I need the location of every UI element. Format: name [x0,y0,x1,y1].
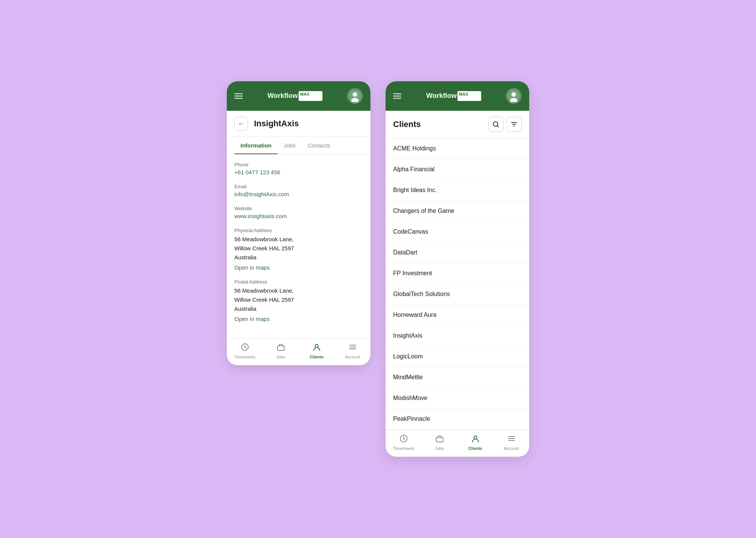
email-value[interactable]: info@InsightAxis.com [234,191,363,197]
phone-field: Phone +61 0477 123 456 [234,162,363,175]
tab-jobs[interactable]: Jobs [278,137,302,154]
list-item[interactable]: CodeCanvas [386,222,529,242]
list-item[interactable]: Homeward Aura [386,305,529,326]
right-header: Workflow MAXby BlueRock [386,81,529,111]
nav-clients[interactable]: Clients [299,341,335,361]
right-nav-timesheets-label: Timesheets [393,446,414,451]
list-item[interactable]: ModishMove [386,388,529,409]
right-logo-workflow: Workflow [426,92,457,100]
physical-address-map-link[interactable]: Open in maps [234,264,363,271]
right-logo: Workflow MAXby BlueRock [426,91,481,101]
clients-body: ACME Holdings Alpha Financial Bright Ide… [386,138,529,429]
left-bottom-nav: Timesheets Jobs Clients [227,338,370,365]
list-item[interactable]: Alpha Financial [386,159,529,180]
tab-contacts[interactable]: Contacts [302,137,336,154]
email-label: Email [234,184,363,189]
right-nav-clients[interactable]: Clients [457,433,493,452]
postal-address-label: Postal Address [234,279,363,285]
list-item[interactable]: LogicLoom [386,346,529,367]
svg-point-9 [493,122,498,126]
right-person-icon [471,434,480,445]
nav-clients-label: Clients [310,355,324,359]
person-icon [313,343,321,353]
right-nav-account-label: Account [504,446,519,451]
right-nav-jobs[interactable]: Jobs [421,433,457,452]
list-item[interactable]: PeakPinnacle [386,409,529,429]
phone-value[interactable]: +61 0477 123 456 [234,169,363,175]
list-item[interactable]: InsightAxis [386,326,529,346]
list-header: Clients [386,111,529,138]
info-section: Phone +61 0477 123 456 Email info@Insigh… [227,154,370,338]
physical-address-label: Physical Address [234,228,363,233]
client-list: ACME Holdings Alpha Financial Bright Ide… [386,138,529,429]
physical-address-value: 56 Meadowbrook Lane,Willow Creek HAL 259… [234,235,363,262]
svg-point-7 [511,92,516,97]
tabs: Information Jobs Contacts [227,137,370,154]
postal-address-value: 56 Meadowbrook Lane,Willow Creek HAL 259… [234,286,363,313]
right-clock-icon [400,434,408,445]
right-nav-timesheets[interactable]: Timesheets [386,433,421,452]
nav-account[interactable]: Account [335,341,370,361]
postal-address-map-link[interactable]: Open in maps [234,316,363,322]
nav-jobs[interactable]: Jobs [263,341,299,361]
list-item[interactable]: ACME Holdings [386,138,529,159]
right-phone: Workflow MAXby BlueRock Clients [386,81,529,457]
list-item[interactable]: Bright Ideas Inc. [386,180,529,201]
clock-icon [241,343,249,353]
nav-timesheets[interactable]: Timesheets [227,341,263,361]
right-bottom-nav: Timesheets Jobs Clients [386,429,529,457]
nav-timesheets-label: Timesheets [234,355,255,359]
right-nav-jobs-label: Jobs [435,446,444,451]
right-menu-icon[interactable] [393,93,401,99]
left-phone: Workflow MAXby BlueRock ← InsightAxis In… [227,81,370,365]
right-logo-max: MAXby BlueRock [457,91,481,101]
website-value[interactable]: www.insightaxis.com [234,213,363,219]
logo-max: MAXby BlueRock [299,91,322,101]
filter-button[interactable] [507,117,522,132]
account-icon [349,343,357,353]
postal-address-field: Postal Address 56 Meadowbrook Lane,Willo… [234,279,363,322]
left-menu-icon[interactable] [234,93,243,99]
detail-title: InsightAxis [254,119,299,129]
nav-account-label: Account [345,355,360,359]
physical-address-field: Physical Address 56 Meadowbrook Lane,Wil… [234,228,363,271]
svg-point-5 [315,344,318,347]
svg-point-12 [474,436,477,439]
detail-header: ← InsightAxis [227,111,370,137]
right-account-icon [507,434,516,445]
search-button[interactable] [488,117,503,132]
nav-jobs-label: Jobs [276,355,285,359]
left-logo: Workflow MAXby BlueRock [267,91,322,101]
list-item[interactable]: DataDart [386,242,529,263]
website-field: Website www.insightaxis.com [234,206,363,219]
list-actions [488,117,522,132]
back-button[interactable]: ← [234,117,248,130]
right-nav-clients-label: Clients [468,446,482,451]
tab-information[interactable]: Information [234,137,278,154]
logo-workflow: Workflow [267,92,298,100]
svg-rect-4 [277,346,284,350]
svg-point-1 [353,92,357,97]
list-item[interactable]: MindMettle [386,367,529,388]
svg-rect-11 [436,437,443,442]
list-item[interactable]: FP Investment [386,263,529,284]
list-title: Clients [393,119,421,129]
website-label: Website [234,206,363,211]
briefcase-icon [277,343,285,353]
phone-label: Phone [234,162,363,167]
info-body: Phone +61 0477 123 456 Email info@Insigh… [227,154,370,338]
left-avatar[interactable] [347,88,363,104]
list-item[interactable]: GlobalTech Solutions [386,284,529,305]
right-briefcase-icon [435,434,444,445]
right-nav-account[interactable]: Account [493,433,529,452]
list-item[interactable]: Changers of the Game [386,201,529,222]
screen-container: Workflow MAXby BlueRock ← InsightAxis In… [227,81,529,457]
left-header: Workflow MAXby BlueRock [227,81,370,111]
email-field: Email info@InsightAxis.com [234,184,363,197]
right-avatar[interactable] [506,88,522,104]
